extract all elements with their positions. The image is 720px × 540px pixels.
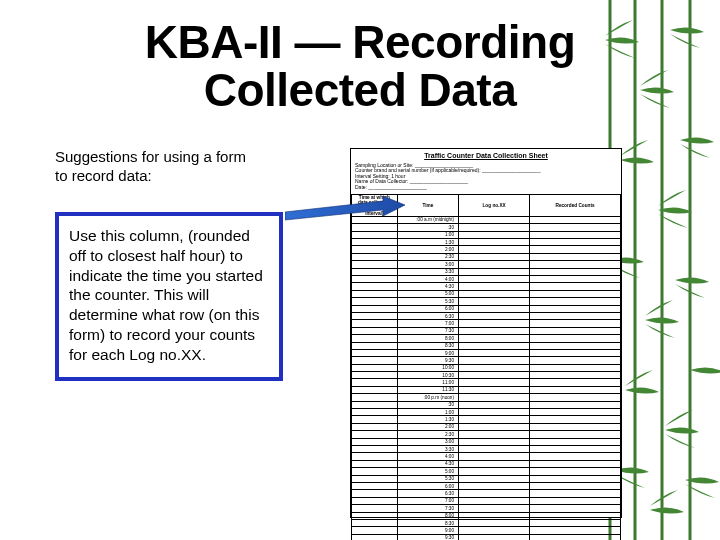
callout-box: Use this column, (rounded off to closest… — [55, 212, 283, 381]
cell-logno — [459, 453, 530, 460]
cell-counts — [530, 246, 621, 253]
cell-logno — [459, 512, 530, 519]
cell-logno — [459, 482, 530, 489]
cell-logno — [459, 357, 530, 364]
cell-start — [352, 409, 398, 416]
cell-counts — [530, 231, 621, 238]
cell-counts — [530, 298, 621, 305]
cell-logno — [459, 224, 530, 231]
col-header-time: Time — [397, 195, 458, 217]
svg-marker-4 — [285, 196, 405, 220]
cell-logno — [459, 519, 530, 526]
cell-time: 4:00 — [397, 276, 458, 283]
cell-time: :00 a.m (midnight) — [397, 216, 458, 223]
cell-time: 10:30 — [397, 372, 458, 379]
cell-counts — [530, 394, 621, 401]
cell-start — [352, 335, 398, 342]
table-row: 1:00 — [352, 409, 621, 416]
cell-start — [352, 423, 398, 430]
table-row: 10:00 — [352, 364, 621, 371]
cell-time: 1:00 — [397, 409, 458, 416]
cell-start — [352, 468, 398, 475]
table-row: 7:00 — [352, 320, 621, 327]
cell-start — [352, 475, 398, 482]
table-row: 9:00 — [352, 349, 621, 356]
table-row: 6:30 — [352, 490, 621, 497]
cell-start — [352, 497, 398, 504]
cell-logno — [459, 490, 530, 497]
table-row: 11:00 — [352, 379, 621, 386]
cell-counts — [530, 534, 621, 540]
cell-counts — [530, 475, 621, 482]
cell-logno — [459, 253, 530, 260]
cell-counts — [530, 261, 621, 268]
cell-counts — [530, 505, 621, 512]
cell-start — [352, 276, 398, 283]
cell-logno — [459, 409, 530, 416]
cell-start — [352, 349, 398, 356]
cell-logno — [459, 497, 530, 504]
cell-time: 6:00 — [397, 305, 458, 312]
arrow-icon — [285, 196, 405, 222]
table-row: 1:30 — [352, 416, 621, 423]
cell-counts — [530, 327, 621, 334]
cell-logno — [459, 468, 530, 475]
cell-start — [352, 401, 398, 408]
cell-counts — [530, 468, 621, 475]
cell-time: 7:30 — [397, 505, 458, 512]
cell-counts — [530, 438, 621, 445]
cell-logno — [459, 379, 530, 386]
cell-counts — [530, 276, 621, 283]
cell-start — [352, 357, 398, 364]
table-row: 6:00 — [352, 305, 621, 312]
cell-start — [352, 224, 398, 231]
cell-time: 1:00 — [397, 231, 458, 238]
intro-text: Suggestions for using a form to record d… — [55, 148, 255, 186]
cell-time: 2:30 — [397, 253, 458, 260]
cell-time: :00 p.m (noon) — [397, 394, 458, 401]
cell-logno — [459, 438, 530, 445]
cell-counts — [530, 216, 621, 223]
cell-start — [352, 239, 398, 246]
cell-time: 4:30 — [397, 460, 458, 467]
cell-logno — [459, 394, 530, 401]
cell-logno — [459, 475, 530, 482]
table-row: 9:00 — [352, 527, 621, 534]
cell-counts — [530, 423, 621, 430]
cell-time: 6:00 — [397, 482, 458, 489]
cell-time: 11:00 — [397, 379, 458, 386]
cell-logno — [459, 386, 530, 393]
table-row: 9:30 — [352, 534, 621, 540]
form-title: Traffic Counter Data Collection Sheet — [351, 149, 621, 162]
cell-start — [352, 327, 398, 334]
cell-counts — [530, 386, 621, 393]
cell-time: 5:00 — [397, 468, 458, 475]
cell-time: 8:00 — [397, 512, 458, 519]
cell-start — [352, 416, 398, 423]
cell-logno — [459, 320, 530, 327]
cell-time: 1:30 — [397, 416, 458, 423]
cell-time: 9:00 — [397, 527, 458, 534]
cell-logno — [459, 290, 530, 297]
table-row: 7:00 — [352, 497, 621, 504]
cell-start — [352, 246, 398, 253]
table-row: 6:30 — [352, 312, 621, 319]
cell-logno — [459, 239, 530, 246]
cell-time: :30 — [397, 401, 458, 408]
cell-time: 5:30 — [397, 475, 458, 482]
cell-time: 5:00 — [397, 290, 458, 297]
table-row: 8:30 — [352, 519, 621, 526]
cell-time: 4:00 — [397, 453, 458, 460]
form-header-line: Date: _____________________ — [355, 185, 617, 191]
cell-time: 2:30 — [397, 431, 458, 438]
table-row: 1:00 — [352, 231, 621, 238]
cell-time: 8:30 — [397, 519, 458, 526]
table-row: 9:30 — [352, 357, 621, 364]
cell-time: 6:30 — [397, 312, 458, 319]
cell-time: 2:00 — [397, 423, 458, 430]
cell-logno — [459, 527, 530, 534]
cell-counts — [530, 519, 621, 526]
cell-time: :30 — [397, 224, 458, 231]
cell-time: 2:00 — [397, 246, 458, 253]
cell-counts — [530, 305, 621, 312]
